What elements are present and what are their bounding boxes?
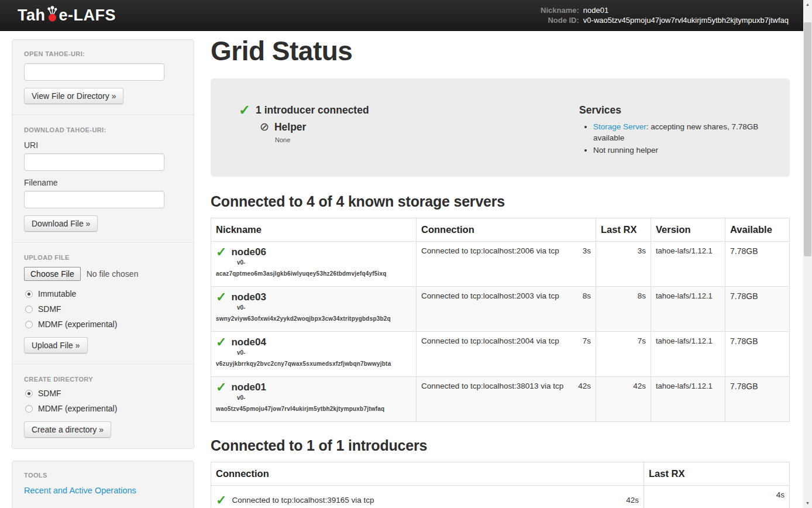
radio-option-mdmf-experimental[interactable]: MDMF (experimental)	[25, 404, 182, 413]
status-left-column: ✓ 1 introducer connected ⊘ Helper None	[239, 104, 369, 157]
radio-button-icon[interactable]	[25, 321, 33, 328]
radio-option-sdmf[interactable]: SDMF	[25, 389, 182, 398]
connection-cell: ✓Connected to tcp:localhost:39165 via tc…	[211, 485, 644, 508]
available-cell: 7.78GB	[725, 241, 790, 286]
page-title: Grid Status	[211, 36, 790, 67]
version-cell: tahoe-lafs/1.12.1	[651, 286, 725, 331]
view-file-button[interactable]: View File or Directory »	[24, 88, 123, 104]
helper-value: None	[275, 136, 369, 143]
check-icon: ✓	[216, 382, 226, 393]
uri-field-label: URI	[24, 140, 182, 150]
nickname-cell: ✓node04 v0- v6zuyjkbrrkqy2bvc2cny7qwax5s…	[211, 331, 417, 376]
sidebar-forms-panel: OPEN TAHOE-URI: View File or Directory »…	[12, 39, 194, 449]
col-header-version: Version	[651, 218, 725, 241]
recent-operations-link[interactable]: Recent and Active Operations	[24, 486, 136, 495]
check-icon: ✓	[216, 337, 226, 348]
last-rx-cell: 8s	[596, 286, 651, 331]
server-id-prefix: v0-	[237, 304, 411, 311]
open-uri-input[interactable]	[24, 63, 164, 81]
radio-button-icon[interactable]	[25, 306, 33, 313]
grid-status-panel: ✓ 1 introducer connected ⊘ Helper None S…	[211, 78, 790, 177]
server-id-hash: v6zuyjkbrrkqy2bvc2cny7qwax5sxumedsxfzfjw…	[216, 361, 411, 367]
sidebar-divider	[12, 115, 194, 116]
download-uri-input[interactable]	[24, 153, 164, 171]
scroll-up-icon[interactable]: ▲	[803, 0, 812, 9]
connection-cell: Connected to tcp:localhost:2006 via tcp3…	[417, 241, 596, 286]
version-cell: tahoe-lafs/1.12.1	[651, 331, 725, 376]
helper-title: Helper	[274, 121, 306, 133]
last-rx-cell: 7s	[596, 331, 651, 376]
radio-button-icon[interactable]	[25, 290, 33, 298]
create-directory-button[interactable]: Create a directory »	[24, 421, 111, 438]
storage-server-link[interactable]: Storage Server	[593, 122, 646, 131]
services-list: Storage Server: accepting new shares, 7.…	[593, 121, 772, 156]
server-id-hash: wao5tzv45pmoju47jow7rvl4ukirjm5ytbh2kjty…	[216, 406, 411, 412]
connection-cell: Connected to tcp:localhost:2003 via tcp8…	[417, 286, 596, 331]
radio-option-label: SDMF	[38, 389, 61, 398]
check-icon: ✓	[216, 495, 226, 506]
table-header-row: Nickname Connection Last RX Version Avai…	[211, 218, 790, 241]
radio-option-mdmf-experimental[interactable]: MDMF (experimental)	[25, 320, 182, 329]
vertical-scrollbar[interactable]: ▲ ▼	[803, 0, 812, 508]
create-directory-radios: SDMFMDMF (experimental)	[24, 389, 182, 413]
services-column: Services Storage Server: accepting new s…	[579, 104, 772, 157]
connected-duration: 3s	[583, 246, 591, 255]
radio-option-immutable[interactable]: Immutable	[25, 289, 182, 298]
introducer-status-text: 1 introducer connected	[256, 104, 369, 116]
server-id-prefix: v0-	[237, 349, 411, 356]
available-cell: 7.78GB	[725, 376, 790, 421]
scroll-down-icon[interactable]: ▼	[803, 499, 812, 508]
version-cell: tahoe-lafs/1.12.1	[651, 241, 725, 286]
table-row: ✓node06 v0- acaz7qptmeo6m3asjlgkb6iwlyuq…	[211, 241, 790, 286]
filename-field-label: Filename	[24, 178, 182, 187]
filename-input[interactable]	[24, 191, 164, 208]
create-directory-section: CREATE DIRECTORY SDMFMDMF (experimental)…	[24, 376, 182, 438]
nickname-cell: ✓node06 v0- acaz7qptmeo6m3asjlgkb6iwlyuq…	[211, 241, 417, 286]
storage-service-item: Storage Server: accepting new shares, 7.…	[593, 121, 772, 143]
introducers-heading: Connected to 1 of 1 introducers	[211, 437, 790, 454]
connection-text: Connected to tcp:localhost:2004 via tcp	[421, 337, 559, 345]
server-nickname: node03	[231, 291, 266, 303]
radio-button-icon[interactable]	[25, 390, 33, 397]
nickname-value: node01	[583, 6, 789, 15]
choose-file-button[interactable]: Choose File	[24, 267, 81, 281]
download-uri-label: DOWNLOAD TAHOE-URI:	[24, 126, 182, 133]
tools-panel: TOOLS Recent and Active Operations	[12, 461, 194, 508]
available-cell: 7.78GB	[725, 331, 790, 376]
helper-status: ⊘ Helper	[260, 121, 369, 133]
sidebar-divider	[12, 364, 194, 365]
radio-option-label: MDMF (experimental)	[38, 320, 117, 329]
upload-file-label: UPLOAD FILE	[24, 254, 182, 261]
storage-servers-table: Nickname Connection Last RX Version Avai…	[211, 218, 790, 422]
introducers-table: Connection Last RX ✓Connected to tcp:loc…	[211, 462, 790, 508]
connected-duration: 42s	[626, 496, 639, 504]
server-nickname: node04	[231, 337, 266, 348]
radio-option-sdmf[interactable]: SDMF	[25, 304, 182, 314]
upload-file-button[interactable]: Upload File »	[24, 337, 88, 353]
col-header-nickname: Nickname	[211, 218, 417, 241]
col-header-last-rx: Last RX	[596, 218, 651, 241]
connection-text: Connected to tcp:localhost:39165 via tcp	[232, 496, 374, 504]
create-directory-label: CREATE DIRECTORY	[24, 376, 182, 383]
server-id-prefix: v0-	[237, 394, 411, 401]
no-entry-icon: ⊘	[260, 122, 269, 132]
sidebar-divider	[12, 242, 194, 243]
tools-label: TOOLS	[24, 472, 182, 479]
scrollbar-thumb[interactable]	[804, 22, 811, 256]
node-id-label: Node ID:	[541, 16, 579, 25]
check-icon: ✓	[239, 104, 250, 116]
radio-button-icon[interactable]	[25, 405, 33, 413]
node-id-value: v0-wao5tzv45pmoju47jow7rvl4ukirjm5ytbh2k…	[583, 16, 789, 25]
check-icon: ✓	[216, 292, 226, 303]
file-chosen-status: No file chosen	[87, 269, 139, 279]
table-row: ✓node04 v0- v6zuyjkbrrkqy2bvc2cny7qwax5s…	[211, 331, 790, 376]
tahoe-logo-icon	[46, 5, 59, 22]
sidebar: OPEN TAHOE-URI: View File or Directory »…	[12, 39, 194, 508]
available-cell: 7.78GB	[725, 286, 790, 331]
main-content: Grid Status ✓ 1 introducer connected ⊘ H…	[211, 31, 790, 508]
node-identity: Nickname: node01 Node ID: v0-wao5tzv45pm…	[541, 6, 789, 25]
download-file-button[interactable]: Download File »	[24, 215, 98, 232]
connection-cell: Connected to tcp:localhost:38013 via tcp…	[417, 376, 596, 421]
col-header-available: Available	[725, 218, 790, 241]
col-header-last-rx: Last RX	[644, 462, 790, 485]
